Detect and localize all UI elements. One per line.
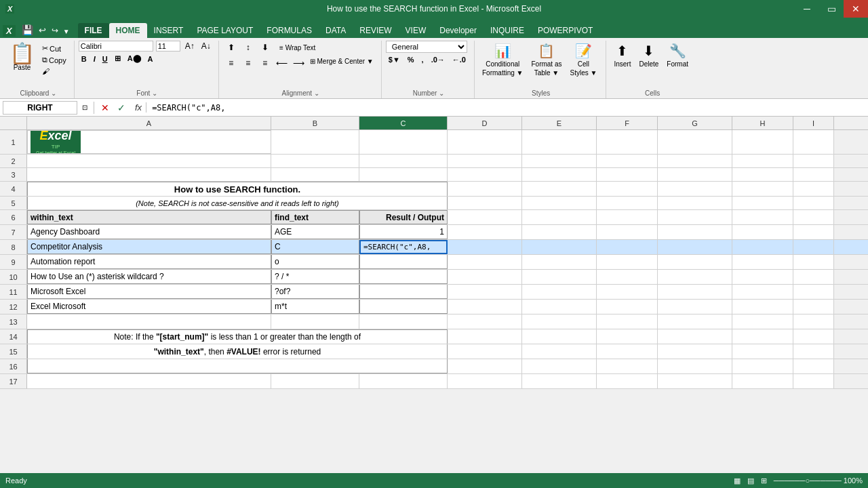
cancel-formula-btn[interactable]: ✕ [98, 102, 112, 113]
cell-d8[interactable] [448, 240, 522, 254]
cell-h2[interactable] [732, 155, 793, 167]
tab-developer[interactable]: Developer [433, 23, 484, 38]
cell-g16[interactable] [658, 359, 732, 373]
cell-g9[interactable] [658, 255, 732, 269]
cell-e7[interactable] [522, 225, 597, 239]
cell-a1[interactable]: Excel TIP Get better at Excel [27, 130, 271, 154]
cell-b11[interactable]: ?of? [271, 285, 359, 299]
copy-button[interactable]: ⧉Copy [40, 55, 68, 65]
save-qa-btn[interactable]: 💾 [20, 23, 35, 37]
cell-i15[interactable] [793, 344, 834, 359]
cell-f6[interactable] [597, 210, 658, 224]
cell-h7[interactable] [732, 225, 793, 239]
bold-btn[interactable]: B [79, 54, 90, 64]
cell-h5[interactable] [732, 197, 793, 209]
cell-a12[interactable]: Excel Microsoft [27, 300, 271, 314]
cell-f12[interactable] [597, 300, 658, 314]
cell-f5[interactable] [597, 197, 658, 209]
cell-b9[interactable]: o [271, 255, 359, 269]
cell-c13[interactable] [359, 314, 448, 329]
cell-a14-merged[interactable]: Note: If the "[start_num]" is less than … [27, 329, 448, 344]
col-header-h[interactable]: H [732, 117, 793, 129]
row-14-header[interactable]: 14 [0, 329, 27, 344]
format-as-table-btn[interactable]: 📋 Format as Table ▼ [528, 41, 565, 79]
cell-c12[interactable] [359, 300, 448, 314]
cell-c10[interactable] [359, 270, 448, 284]
row-7-header[interactable]: 7 [0, 225, 27, 239]
tab-view[interactable]: VIEW [399, 23, 433, 38]
cell-i4[interactable] [793, 182, 834, 196]
align-center-btn[interactable]: ≡ [240, 56, 256, 70]
cell-f17[interactable] [597, 374, 658, 388]
name-box[interactable]: RIGHT [3, 101, 77, 115]
cell-h1[interactable] [732, 130, 793, 154]
redo-btn[interactable]: ↪ [50, 24, 60, 37]
italic-btn[interactable]: I [91, 54, 98, 64]
cell-h13[interactable] [732, 314, 793, 329]
row-2-header[interactable]: 2 [0, 155, 27, 167]
col-header-g[interactable]: G [658, 117, 732, 129]
decrease-font-btn[interactable]: A↓ [199, 41, 213, 52]
format-painter-button[interactable]: 🖌 [40, 66, 68, 76]
cell-f3[interactable] [597, 168, 658, 181]
maximize-btn[interactable]: ▭ [819, 0, 844, 18]
confirm-formula-btn[interactable]: ✓ [115, 102, 128, 113]
cell-g8[interactable] [658, 240, 732, 254]
cell-d17[interactable] [448, 374, 522, 388]
row-10-header[interactable]: 10 [0, 270, 27, 284]
cell-d16[interactable] [448, 359, 522, 373]
row-15-header[interactable]: 15 [0, 344, 27, 359]
row-3-header[interactable]: 3 [0, 168, 27, 181]
cell-e11[interactable] [522, 285, 597, 299]
cell-b17[interactable] [271, 374, 359, 388]
align-bottom-btn[interactable]: ⬇ [257, 41, 273, 54]
cell-e8[interactable] [522, 240, 597, 254]
cell-c3[interactable] [359, 168, 448, 181]
formula-input[interactable] [149, 102, 865, 114]
tab-review[interactable]: REVIEW [353, 23, 398, 38]
cell-d12[interactable] [448, 300, 522, 314]
cell-i1[interactable] [793, 130, 834, 154]
cell-f15[interactable] [597, 344, 658, 359]
cell-h16[interactable] [732, 359, 793, 373]
cell-c8[interactable]: =SEARCH("c",A8, [359, 240, 448, 254]
cell-e17[interactable] [522, 374, 597, 388]
tab-file[interactable]: FILE [78, 23, 109, 38]
cell-i10[interactable] [793, 270, 834, 284]
tab-powerpivot[interactable]: POWERPIVOT [531, 23, 599, 38]
cell-f7[interactable] [597, 225, 658, 239]
cell-e15[interactable] [522, 344, 597, 359]
increase-font-btn[interactable]: A↑ [183, 41, 197, 52]
cell-i2[interactable] [793, 155, 834, 167]
cell-f4[interactable] [597, 182, 658, 196]
cell-d10[interactable] [448, 270, 522, 284]
cell-f8[interactable] [597, 240, 658, 254]
cell-f14[interactable] [597, 329, 658, 344]
cell-g14[interactable] [658, 329, 732, 344]
cell-i12[interactable] [793, 300, 834, 314]
cell-a11[interactable]: Microsoft Excel [27, 285, 271, 299]
cell-g17[interactable] [658, 374, 732, 388]
row-13-header[interactable]: 13 [0, 314, 27, 329]
align-top-btn[interactable]: ⬆ [223, 41, 239, 54]
cell-d5[interactable] [448, 197, 522, 209]
cell-e2[interactable] [522, 155, 597, 167]
undo-btn[interactable]: ↩ [37, 24, 48, 37]
align-middle-btn[interactable]: ↕ [240, 41, 256, 54]
tab-inquire[interactable]: INQUIRE [484, 23, 531, 38]
cell-h8[interactable] [732, 240, 793, 254]
select-all-btn[interactable] [0, 117, 27, 129]
cell-i9[interactable] [793, 255, 834, 269]
cell-g15[interactable] [658, 344, 732, 359]
cell-h10[interactable] [732, 270, 793, 284]
col-header-i[interactable]: I [793, 117, 834, 129]
cell-c2[interactable] [359, 155, 448, 167]
cell-c6[interactable]: Result / Output [359, 210, 448, 224]
cell-b12[interactable]: m*t [271, 300, 359, 314]
col-header-a[interactable]: A [27, 117, 271, 129]
cell-i14[interactable] [793, 329, 834, 344]
cell-a17[interactable] [27, 374, 271, 388]
cell-f9[interactable] [597, 255, 658, 269]
fill-color-btn[interactable]: A⬤ [125, 54, 144, 64]
delete-cells-btn[interactable]: ⬇ Delete [635, 41, 662, 70]
